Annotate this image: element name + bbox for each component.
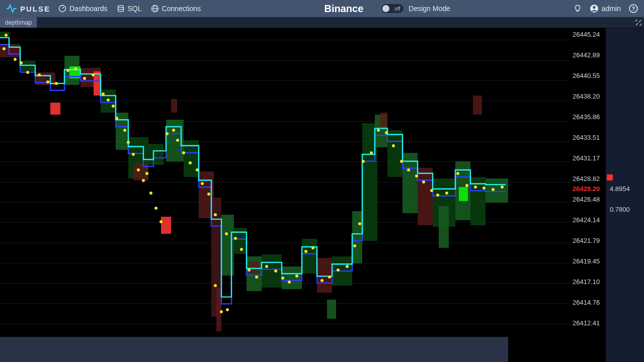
design-mode-label: Design Mode — [409, 5, 450, 13]
app-title: Binance — [324, 3, 363, 15]
y-axis-tick: 26424.14 — [573, 216, 600, 224]
price-axis: 26445.2426442.8926440.5526438.2026435.86… — [570, 28, 606, 362]
side-panel: 4.89540.7800 — [606, 28, 644, 362]
lightbulb-icon[interactable] — [574, 5, 582, 13]
header-right: admin ? — [574, 4, 638, 13]
expand-button[interactable] — [633, 17, 644, 28]
svg-line-1 — [62, 7, 64, 9]
side-value: 4.8954 — [610, 185, 630, 193]
help-icon[interactable]: ? — [629, 4, 638, 13]
user-menu[interactable]: admin — [590, 4, 621, 13]
y-axis-tick: 26442.89 — [573, 51, 600, 59]
design-mode: off Design Mode — [381, 4, 450, 13]
price-marker — [607, 174, 613, 180]
user-icon — [590, 4, 599, 13]
y-axis-tick: 26426.48 — [573, 196, 600, 203]
nav-sql[interactable]: SQL — [117, 5, 142, 13]
app-logo[interactable]: PULSE — [6, 4, 50, 13]
main: 26445.2426442.8926440.5526438.2026435.86… — [0, 28, 644, 362]
nav-connections[interactable]: Connections — [151, 5, 201, 13]
y-axis-tick: 26435.86 — [573, 113, 600, 121]
depthmap-chart[interactable] — [0, 28, 570, 362]
svg-point-7 — [593, 6, 595, 9]
y-axis-tick: 26419.45 — [573, 257, 600, 265]
svg-point-2 — [118, 6, 123, 8]
user-name: admin — [602, 5, 621, 13]
app-brand: PULSE — [20, 5, 50, 13]
y-axis-tick: 26428.20 — [573, 185, 600, 193]
design-mode-toggle[interactable]: off — [381, 4, 404, 13]
y-axis-tick: 26438.20 — [573, 93, 600, 100]
y-axis-tick: 26445.24 — [573, 31, 600, 38]
y-axis-tick: 26414.76 — [573, 299, 600, 306]
header: PULSE Dashboards SQL Connections Binance… — [0, 0, 644, 17]
globe-icon — [151, 5, 159, 13]
side-value: 0.7800 — [610, 206, 630, 213]
tabbar: depthmap — [0, 17, 644, 28]
database-icon — [117, 5, 125, 13]
tab-depthmap[interactable]: depthmap — [0, 17, 37, 28]
y-axis-tick: 26412.41 — [573, 319, 600, 327]
y-axis-tick: 26428.82 — [573, 175, 600, 183]
pulse-logo-icon — [6, 4, 17, 13]
y-axis-tick: 26433.51 — [573, 134, 600, 141]
y-axis-tick: 26431.17 — [573, 154, 600, 162]
y-axis-tick: 26417.10 — [573, 278, 600, 286]
time-scrubber[interactable] — [0, 337, 508, 362]
gauge-icon — [58, 5, 66, 13]
expand-icon — [635, 20, 641, 26]
nav: Dashboards SQL Connections — [58, 5, 201, 13]
y-axis-tick: 26421.79 — [573, 237, 600, 244]
y-axis-tick: 26440.55 — [573, 72, 600, 79]
svg-text:?: ? — [632, 6, 635, 12]
nav-dashboards[interactable]: Dashboards — [58, 5, 108, 13]
